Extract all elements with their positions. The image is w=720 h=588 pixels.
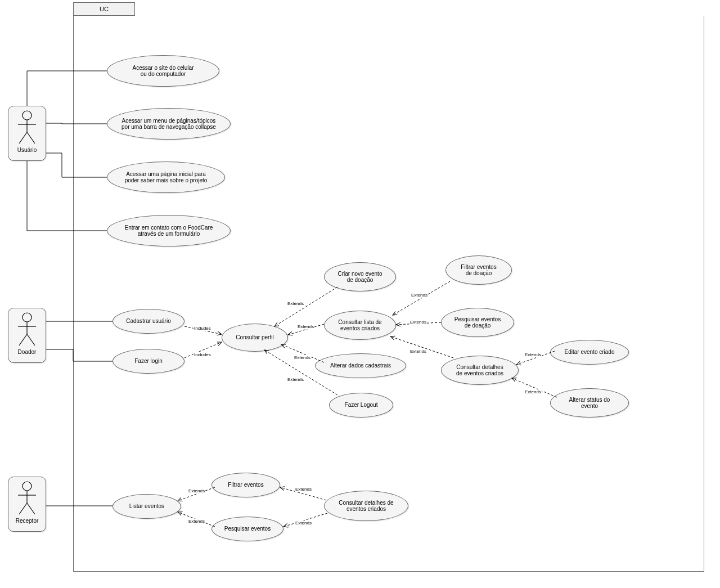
svg-line-3 [19,132,27,143]
usecase-pesquisar-doacao: Pesquisar eventosde doação [441,308,514,337]
svg-line-14 [27,503,35,514]
usecase-consultar-lista: Consultar lista deeventos criados [324,311,396,340]
usecase-fazer-logout: Fazer Logout [329,393,393,418]
actor-doador: Doador [8,308,46,363]
system-frame [73,16,704,572]
actor-label: Usuário [8,147,46,153]
usecase-listar-eventos: Listar eventos [112,494,181,519]
usecase-alterar-dados: Alterar dados cadastrais [315,353,406,378]
diagram-canvas: UC Usuário Doador Recep [0,0,720,588]
svg-point-10 [22,482,32,491]
edge-label-extC: Extends [295,487,312,492]
usecase-editar-evento: Editar evento criado [550,340,629,365]
svg-line-4 [27,132,35,143]
edge-label-ext9: Extends [524,389,542,394]
usecase-pagina-inicial: Acessar uma página inicial parapoder sab… [107,161,225,193]
svg-line-8 [19,334,27,345]
edge-label-ext4: Extends [287,377,304,382]
edge-label-ext2: Extends [297,324,314,329]
svg-point-0 [22,111,32,120]
svg-line-9 [27,334,35,345]
usecase-filtrar-doacao: Filtrar eventosde doação [446,255,512,285]
usecase-menu-paginas: Acessar um menu de páginas/tópicospor um… [107,108,231,140]
actor-icon [16,481,38,517]
svg-point-5 [22,313,32,322]
edge-label-ext5: Extends [411,293,428,298]
usecase-alterar-status: Alterar status doevento [550,388,629,418]
usecase-acessar-site: Acessar o site do celularou do computado… [107,55,219,87]
edge-label-extD: Extends [295,520,312,526]
usecase-cadastrar-usuario: Cadastrar usuário [112,309,184,334]
usecase-filtrar-eventos: Filtrar eventos [212,473,280,497]
edge-label-extA: Extends [188,488,205,493]
usecase-consultar-detalhes2: Consultar detalhes deeventos criados [324,491,408,521]
frame-tab: UC [73,2,135,16]
edge-label-ext7: Extends [410,349,427,354]
edge-label-extB: Extends [188,519,205,524]
usecase-contato-foodcare: Entrar em contato com o FoodCareatravés … [107,215,231,246]
usecase-pesquisar-eventos: Pesquisar eventos [212,517,284,541]
actor-label: Doador [8,349,46,355]
actor-icon [16,110,38,146]
actor-receptor: Receptor [8,477,46,532]
usecase-consultar-detalhes: Consultar detalhesde eventos criados [441,356,519,385]
edge-label-ext1: Extends [287,301,304,306]
edge-label-ext8: Extends [524,352,542,357]
edge-label-includes2: Includes [194,352,212,357]
frame-title: UC [100,6,109,12]
actor-usuario: Usuário [8,106,46,161]
usecase-consultar-perfil: Consultar perfil [222,324,288,352]
edge-label-includes1: Includes [194,326,212,331]
usecase-criar-evento: Criar novo eventode doação [324,262,396,291]
usecase-fazer-login: Fazer login [112,349,184,374]
edge-label-ext3: Extends [294,355,311,360]
edge-label-ext6: Extends [410,320,427,325]
svg-line-13 [19,503,27,514]
actor-icon [16,312,38,348]
actor-label: Receptor [8,518,46,524]
